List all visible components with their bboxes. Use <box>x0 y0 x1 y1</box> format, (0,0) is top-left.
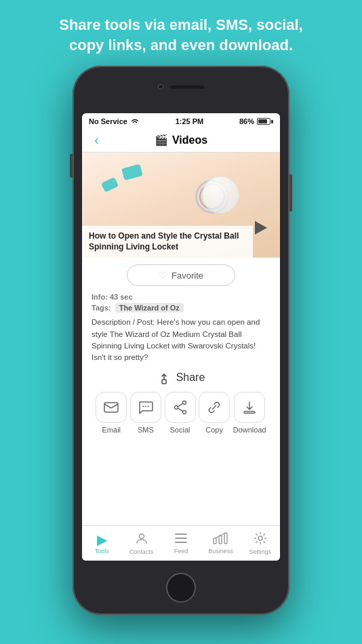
video-caption: How to Open and Style the Crystal Ball S… <box>82 226 253 258</box>
download-label: Download <box>233 426 266 434</box>
phone-shell: No Service 1:25 PM 86% <box>73 66 289 615</box>
tab-business[interactable]: Business <box>201 526 240 561</box>
tags-label: Tags: <box>92 304 111 312</box>
copy-link-icon <box>207 400 222 415</box>
info-duration-row: Info: 43 sec <box>92 293 270 301</box>
svg-point-6 <box>182 401 186 405</box>
svg-rect-0 <box>162 380 166 384</box>
business-tab-label: Business <box>208 548 233 555</box>
share-title-row: Share <box>92 370 270 385</box>
video-caption-line2: Spinning Living Locket <box>89 242 178 251</box>
sms-icon <box>138 401 153 414</box>
share-actions: Email SMS <box>92 392 270 434</box>
info-tags-row: Tags: The Wizard of Oz <box>92 303 270 313</box>
sms-icon-box <box>130 392 161 423</box>
svg-line-9 <box>178 409 183 412</box>
svg-rect-10 <box>244 411 255 414</box>
settings-icon <box>254 531 267 547</box>
heart-icon: ♡ <box>159 270 167 281</box>
tab-contacts[interactable]: Contacts <box>121 526 161 561</box>
settings-tab-label: Settings <box>249 548 272 555</box>
svg-point-7 <box>182 411 186 414</box>
glass-bowl <box>202 176 239 214</box>
home-button[interactable] <box>166 573 196 603</box>
speaker-bar <box>170 85 204 89</box>
share-email-button[interactable]: Email <box>96 392 127 434</box>
carrier-text: No Service <box>89 117 127 125</box>
nav-title: 🎬 Videos <box>155 134 207 146</box>
status-right: 86% <box>239 117 273 125</box>
svg-point-3 <box>145 406 146 407</box>
feed-icon <box>174 532 188 546</box>
headline-line2: copy links, and even download. <box>69 37 293 54</box>
tab-settings[interactable]: Settings <box>241 526 280 561</box>
svg-rect-16 <box>219 536 222 544</box>
email-icon-box <box>96 392 127 423</box>
sms-label: SMS <box>138 426 154 434</box>
social-label: Social <box>170 426 190 434</box>
download-icon-box <box>234 392 265 423</box>
locket-graphic <box>192 176 239 230</box>
svg-point-11 <box>139 534 144 539</box>
tools-tab-label: Tools <box>95 548 109 555</box>
svg-rect-17 <box>224 533 227 544</box>
tools-icon: ▶ <box>97 533 107 546</box>
status-left: No Service <box>89 117 140 125</box>
headline: Share tools via email, SMS, social, copy… <box>39 0 323 66</box>
email-icon <box>104 402 119 413</box>
phone-top-bar <box>140 81 222 93</box>
video-caption-line1: How to Open and Style the Crystal Ball <box>89 231 239 241</box>
svg-line-8 <box>178 404 183 407</box>
share-sms-button[interactable]: SMS <box>130 392 161 434</box>
status-time: 1:25 PM <box>176 117 204 125</box>
play-button[interactable] <box>252 218 270 237</box>
favorite-label: Favorite <box>172 270 203 281</box>
share-icon <box>157 370 171 385</box>
svg-point-2 <box>142 406 144 407</box>
svg-rect-1 <box>104 403 118 412</box>
copy-icon-box <box>199 392 230 423</box>
share-copy-button[interactable]: Copy <box>199 392 230 434</box>
video-thumbnail[interactable]: How to Open and Style the Crystal Ball S… <box>82 153 280 258</box>
nav-title-text: Videos <box>172 134 207 146</box>
contacts-icon <box>135 531 148 547</box>
svg-line-18 <box>215 536 220 538</box>
battery-pct: 86% <box>239 117 254 125</box>
wifi-icon <box>130 118 140 125</box>
svg-point-20 <box>258 536 262 540</box>
battery-icon <box>257 118 273 125</box>
tab-tools[interactable]: ▶ Tools <box>82 526 121 561</box>
play-triangle-icon <box>255 221 267 235</box>
contacts-tab-label: Contacts <box>129 548 154 555</box>
business-icon <box>213 532 228 546</box>
back-button[interactable]: ‹ <box>92 132 102 148</box>
tab-feed[interactable]: Feed <box>161 526 201 561</box>
info-label: Info: <box>92 293 108 301</box>
video-description: Description / Post: Here's how you can o… <box>92 317 270 363</box>
svg-line-19 <box>220 533 226 536</box>
share-download-button[interactable]: Download <box>233 392 266 434</box>
email-label: Email <box>102 426 121 434</box>
nav-bar: ‹ 🎬 Videos <box>82 128 280 153</box>
svg-rect-15 <box>214 538 216 544</box>
share-title-text: Share <box>176 371 205 384</box>
tag-badge: The Wizard of Oz <box>115 303 184 313</box>
social-icon-box <box>165 392 196 423</box>
info-value: 43 sec <box>110 293 133 301</box>
copy-label: Copy <box>205 426 223 434</box>
camera-dot <box>158 84 163 89</box>
social-icon <box>173 400 188 415</box>
svg-point-5 <box>174 406 178 409</box>
share-social-button[interactable]: Social <box>165 392 196 434</box>
content-area: ♡ Favorite Info: 43 sec Tags: The Wizard… <box>82 258 280 363</box>
headline-line1: Share tools via email, SMS, social, <box>59 16 302 33</box>
phone-screen: No Service 1:25 PM 86% <box>82 113 280 561</box>
film-icon: 🎬 <box>155 134 168 146</box>
phone-device: No Service 1:25 PM 86% <box>73 66 289 615</box>
feed-tab-label: Feed <box>174 548 188 555</box>
svg-point-4 <box>147 406 148 407</box>
tab-bar: ▶ Tools Contacts <box>82 525 280 561</box>
favorite-button[interactable]: ♡ Favorite <box>127 264 235 286</box>
share-section: Share Email <box>82 363 280 438</box>
download-icon <box>242 400 257 415</box>
